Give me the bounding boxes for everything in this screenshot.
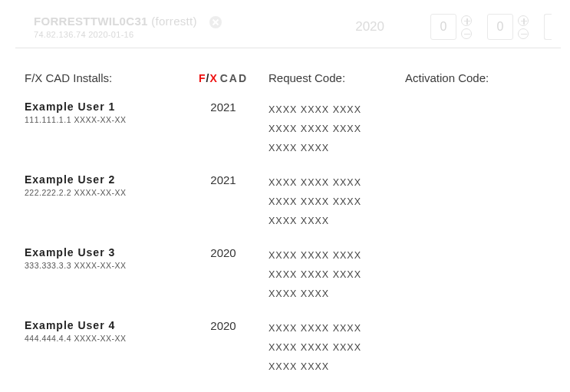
close-icon[interactable]	[209, 16, 222, 28]
counter-2: 0	[487, 14, 529, 40]
header-installs: F/X CAD Installs:	[25, 71, 178, 85]
content-area: F/X CAD Installs: F/XCAD Request Code: A…	[0, 48, 570, 377]
user-name: Example User 2	[25, 173, 178, 186]
user-request-code: XXXX XXXX XXXX XXXX XXXX XXXX XXXX XXXX	[269, 319, 405, 377]
header-activation: Activation Code:	[405, 71, 570, 85]
user-row: Example User 1 111.111.1.1 XXXX-XX-XX 20…	[0, 85, 570, 158]
req-line: XXXX XXXX XXXX	[269, 319, 405, 338]
counter-1: 0	[430, 14, 472, 40]
user-name: Example User 3	[25, 246, 178, 259]
req-line: XXXX XXXX XXXX	[269, 173, 405, 193]
user-meta: 222.222.2.2 XXXX-XX-XX	[25, 188, 178, 197]
user-request-code: XXXX XXXX XXXX XXXX XXXX XXXX XXXX XXXX	[269, 100, 405, 158]
user-year: 2020	[178, 319, 269, 377]
req-line: XXXX XXXX	[269, 285, 405, 304]
logo-cad: CAD	[220, 72, 248, 84]
user-row: Example User 3 333.333.3.3 XXXX-XX-XX 20…	[0, 231, 570, 304]
user-year: 2021	[178, 173, 269, 231]
user-year: 2021	[178, 100, 269, 158]
user-year: 2020	[178, 246, 269, 304]
faded-user-title: FORRESTTWIL0C31	[34, 15, 148, 28]
user-name: Example User 1	[25, 100, 178, 113]
user-request-code: XXXX XXXX XXXX XXXX XXXX XXXX XXXX XXXX	[269, 246, 405, 304]
req-line: XXXX XXXX XXXX	[269, 265, 405, 285]
faded-user-row: FORRESTTWIL0C31 (forrestt) 74.82.136.74 …	[0, 0, 570, 48]
user-meta: 111.111.1.1 XXXX-XX-XX	[25, 115, 178, 124]
req-line: XXXX XXXX	[269, 357, 405, 377]
req-line: XXXX XXXX XXXX	[269, 100, 405, 120]
plus-icon[interactable]	[518, 15, 529, 26]
faded-year: 2020	[355, 19, 384, 35]
user-meta: 444.444.4.4 XXXX-XX-XX	[25, 334, 178, 343]
faded-user-sub: 74.82.136.74 2020-01-16	[34, 30, 222, 39]
req-line: XXXX XXXX XXXX	[269, 338, 405, 357]
logo-x: X	[209, 72, 217, 84]
user-meta: 333.333.3.3 XXXX-XX-XX	[25, 261, 178, 270]
faded-user-paren: (forrestt)	[151, 15, 197, 28]
user-row: Example User 4 444.444.4.4 XXXX-XX-XX 20…	[0, 304, 570, 377]
user-activation-code	[405, 319, 570, 377]
plus-icon[interactable]	[461, 15, 472, 26]
header-request: Request Code:	[269, 71, 405, 85]
user-row: Example User 2 222.222.2.2 XXXX-XX-XX 20…	[0, 158, 570, 231]
req-line: XXXX XXXX	[269, 139, 405, 158]
minus-icon[interactable]	[518, 28, 529, 39]
req-line: XXXX XXXX XXXX	[269, 246, 405, 265]
minus-icon[interactable]	[461, 28, 472, 39]
faded-user-info: FORRESTTWIL0C31 (forrestt) 74.82.136.74 …	[34, 15, 222, 39]
user-activation-code	[405, 246, 570, 304]
user-activation-code	[405, 100, 570, 158]
req-line: XXXX XXXX	[269, 212, 405, 231]
header-row: F/X CAD Installs: F/XCAD Request Code: A…	[0, 71, 570, 85]
fx-cad-logo: F/XCAD	[178, 71, 269, 85]
user-request-code: XXXX XXXX XXXX XXXX XXXX XXXX XXXX XXXX	[269, 173, 405, 231]
counter-group: 0 0	[430, 14, 552, 40]
counter-1-value[interactable]: 0	[430, 14, 456, 40]
req-line: XXXX XXXX XXXX	[269, 120, 405, 139]
req-line: XXXX XXXX XXXX	[269, 193, 405, 212]
counter-3-partial[interactable]	[544, 14, 552, 40]
user-name: Example User 4	[25, 319, 178, 331]
user-activation-code	[405, 173, 570, 231]
counter-2-value[interactable]: 0	[487, 14, 513, 40]
